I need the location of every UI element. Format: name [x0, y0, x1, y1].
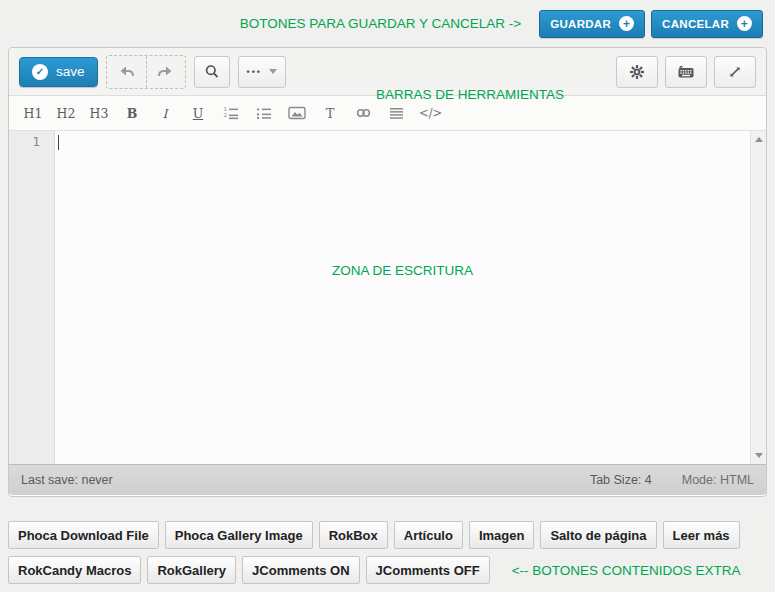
text-icon: T — [326, 106, 335, 121]
undo-button[interactable] — [107, 56, 146, 88]
unordered-list-icon — [256, 106, 272, 120]
phoca-download-file-button[interactable]: Phoca Download File — [8, 521, 159, 549]
writing-zone-annotation: ZONA DE ESCRITURA — [332, 263, 473, 278]
line-number: 1 — [32, 134, 40, 149]
text-cursor — [58, 135, 59, 150]
unordered-list-button[interactable] — [254, 106, 274, 120]
plus-circle-icon: + — [737, 16, 752, 31]
extra-buttons-row2: RokCandy Macros RokGallery JComments ON … — [8, 556, 741, 584]
text-button[interactable]: T — [320, 106, 340, 121]
extra-buttons-row1: Phoca Download File Phoca Gallery Image … — [8, 521, 740, 549]
italic-button[interactable]: I — [155, 106, 175, 121]
svg-text:2: 2 — [224, 112, 228, 118]
guardar-button-label: GUARDAR — [550, 18, 611, 30]
gear-icon — [629, 64, 645, 80]
settings-button[interactable] — [616, 56, 658, 88]
main-toolbar: ✓ save — [9, 48, 766, 96]
toolbar-annotation: BARRAS DE HERRAMIENTAS — [376, 87, 564, 102]
plus-circle-icon: + — [619, 16, 634, 31]
horizontal-lines-icon — [389, 106, 404, 120]
heading3-button[interactable]: H3 — [89, 106, 109, 121]
redo-icon — [157, 65, 174, 79]
phoca-gallery-image-button[interactable]: Phoca Gallery Image — [165, 521, 313, 549]
line-number-gutter: 1 — [9, 131, 55, 464]
image-icon — [288, 106, 306, 120]
leer-mas-button[interactable]: Leer más — [663, 521, 740, 549]
plus-glyph: + — [741, 18, 748, 30]
keyboard-shortcuts-button[interactable] — [665, 56, 707, 88]
vertical-scrollbar[interactable] — [750, 131, 766, 464]
tab-size-status: Tab Size: 4 — [590, 473, 652, 487]
fullscreen-button[interactable] — [714, 56, 756, 88]
heading2-button[interactable]: H2 — [56, 106, 76, 121]
save-button[interactable]: ✓ save — [19, 57, 98, 87]
bold-button[interactable]: B — [122, 106, 142, 121]
editor-body: 1 ZONA DE ESCRITURA — [9, 131, 766, 464]
rokcandy-macros-button[interactable]: RokCandy Macros — [8, 556, 141, 584]
scroll-up-icon[interactable] — [755, 137, 763, 142]
undo-redo-group — [106, 55, 186, 89]
scroll-down-icon[interactable] — [755, 453, 763, 458]
articulo-button[interactable]: Artículo — [394, 521, 463, 549]
jcomments-on-button[interactable]: JComments ON — [242, 556, 360, 584]
image-button[interactable] — [287, 106, 307, 120]
more-options-button[interactable]: ••• — [238, 56, 286, 88]
imagen-button[interactable]: Imagen — [469, 521, 535, 549]
link-button[interactable] — [353, 106, 373, 120]
save-cancel-annotation: BOTONES PARA GUARDAR Y CANCELAR -> — [240, 16, 521, 31]
search-button[interactable] — [194, 56, 230, 88]
code-button[interactable]: </> — [419, 106, 442, 120]
horizontal-lines-button[interactable] — [386, 106, 406, 120]
mode-status: Mode: HTML — [682, 473, 754, 487]
rokbox-button[interactable]: RokBox — [319, 521, 388, 549]
check-glyph: ✓ — [36, 67, 44, 77]
extra-buttons-annotation: <-- BOTONES CONTENIDOS EXTRA — [512, 563, 741, 578]
cancelar-button[interactable]: CANCELAR + — [651, 10, 763, 38]
last-save-status: Last save: never — [21, 473, 113, 487]
expand-icon — [727, 64, 743, 80]
link-icon — [355, 106, 372, 120]
check-circle-icon: ✓ — [32, 64, 48, 80]
top-bar: BOTONES PARA GUARDAR Y CANCELAR -> GUARD… — [0, 0, 775, 47]
chevron-down-icon — [269, 69, 277, 74]
rokgallery-button[interactable]: RokGallery — [147, 556, 236, 584]
toolbar-right-group — [616, 56, 756, 88]
code-icon: </> — [419, 106, 442, 120]
search-icon — [204, 64, 220, 80]
editor-panel: ✓ save — [8, 47, 767, 497]
plus-glyph: + — [623, 18, 630, 30]
salto-de-pagina-button[interactable]: Salto de página — [540, 521, 656, 549]
undo-icon — [118, 65, 135, 79]
guardar-button[interactable]: GUARDAR + — [539, 10, 645, 38]
ordered-list-icon: 12 — [223, 106, 239, 120]
ellipsis-icon: ••• — [247, 67, 262, 77]
heading1-button[interactable]: H1 — [23, 106, 43, 121]
save-button-label: save — [56, 64, 85, 79]
keyboard-icon — [677, 64, 695, 79]
redo-button[interactable] — [146, 56, 185, 88]
ordered-list-button[interactable]: 12 — [221, 106, 241, 120]
code-editing-area[interactable]: ZONA DE ESCRITURA — [55, 131, 750, 464]
status-bar: Last save: never Tab Size: 4 Mode: HTML — [9, 464, 766, 495]
cancelar-button-label: CANCELAR — [662, 18, 729, 30]
jcomments-off-button[interactable]: JComments OFF — [366, 556, 490, 584]
underline-button[interactable]: U — [188, 106, 208, 121]
